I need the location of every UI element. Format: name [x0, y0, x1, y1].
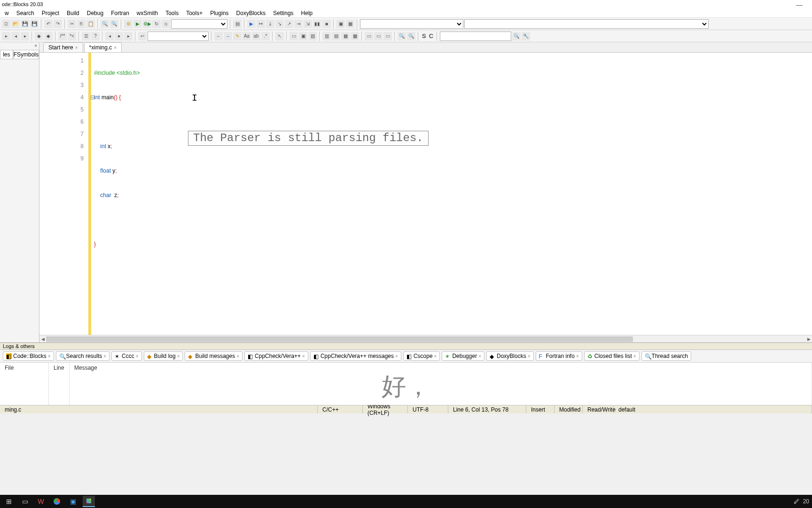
log-tab-buildlog[interactable]: ◆Build log× — [144, 351, 183, 361]
cut-icon[interactable]: ✂ — [68, 20, 76, 28]
debug-combo-1[interactable] — [360, 19, 463, 29]
log-tab-cscope[interactable]: ◧Cscope× — [403, 351, 440, 361]
inline3-icon[interactable]: ▭ — [383, 32, 392, 40]
debugging-windows-icon[interactable]: ▣ — [336, 20, 345, 28]
run-to-cursor-icon[interactable]: ↦ — [257, 20, 265, 28]
match-case-icon[interactable]: Aa — [242, 32, 251, 40]
log-tab-doxyblocks[interactable]: ◆DoxyBlocks× — [486, 351, 534, 361]
scroll-left-icon[interactable]: ◀ — [39, 335, 46, 343]
close-icon[interactable]: × — [103, 354, 106, 359]
inline1-icon[interactable]: ▭ — [365, 32, 373, 40]
block1-icon[interactable]: ▥ — [322, 32, 331, 40]
close-icon[interactable]: × — [478, 354, 481, 359]
fold-icon[interactable]: ⊟ — [90, 91, 95, 103]
run-icon[interactable]: ▶ — [133, 20, 142, 28]
ime-icon[interactable]: 🖉 — [794, 498, 799, 505]
regex-icon[interactable]: .* — [261, 32, 270, 40]
log-tab-fortran[interactable]: FFortran info× — [536, 351, 582, 361]
find-icon[interactable]: 🔍 — [101, 20, 109, 28]
explorer-icon[interactable]: ▣ — [67, 496, 79, 507]
save-icon[interactable]: 💾 — [21, 20, 29, 28]
doxy2-icon[interactable]: ◆ — [44, 32, 53, 40]
side-close-icon[interactable]: × — [34, 43, 37, 48]
new-file-icon[interactable]: 🗋 — [2, 20, 10, 28]
log-tab-cppcheck-msg[interactable]: ◧CppCheck/Vera++ messages× — [310, 351, 401, 361]
save-all-icon[interactable]: 💾 — [30, 20, 39, 28]
zoom-sel-icon[interactable]: ▣ — [299, 32, 307, 40]
redo-icon[interactable]: ↷ — [54, 20, 62, 28]
close-icon[interactable]: × — [177, 354, 180, 359]
zoom-out-icon[interactable]: 🔍 — [407, 32, 415, 40]
side-tab-files[interactable]: les — [0, 50, 13, 59]
break-debugger-icon[interactable]: ▮▮ — [313, 20, 321, 28]
debug-combo-2[interactable] — [464, 19, 709, 29]
log-tab-thread-search[interactable]: 🔍Thread search — [641, 351, 691, 361]
close-icon[interactable]: × — [633, 354, 636, 359]
log-tab-cppcheck[interactable]: ◧CppCheck/Vera++× — [244, 351, 308, 361]
close-icon[interactable]: × — [528, 354, 531, 359]
taskview2-icon[interactable]: ▭ — [19, 496, 31, 507]
wps-icon[interactable]: W — [35, 496, 47, 507]
scroll-right-icon[interactable]: ▶ — [805, 335, 812, 343]
status-lang[interactable]: C/C++ — [318, 405, 363, 413]
chrome-icon[interactable] — [51, 496, 63, 507]
next-line-icon[interactable]: ⤓ — [266, 20, 274, 28]
menu-search[interactable]: Search — [13, 9, 38, 17]
close-icon[interactable]: × — [48, 354, 51, 359]
comment-block-icon[interactable]: /** — [58, 32, 67, 40]
next-instruction-icon[interactable]: ⇥ — [294, 20, 303, 28]
paste-icon[interactable]: 📋 — [86, 20, 95, 28]
code-editor[interactable]: 1 2 3 4 5 6 7 8 9 #include <stdio.h> ⊟in… — [39, 53, 812, 335]
tab-start-here[interactable]: Start here × — [43, 42, 83, 52]
copy-icon[interactable]: ⎘ — [77, 20, 86, 28]
step-into-instr-icon[interactable]: ⇲ — [304, 20, 312, 28]
log-tab-codeblocks[interactable]: ◧Code::Blocks× — [3, 351, 54, 361]
whole-word-icon[interactable]: ab — [252, 32, 260, 40]
scroll-thumb[interactable] — [46, 336, 633, 342]
menu-project[interactable]: Project — [38, 9, 63, 17]
stop-debugger-icon[interactable]: ■ — [322, 20, 331, 28]
next-func-icon[interactable]: ▸ — [124, 32, 133, 40]
doxy-help-icon[interactable]: ? — [91, 32, 100, 40]
toggle-source-icon[interactable]: ▤ — [233, 20, 242, 28]
doxy-icon[interactable]: ◆ — [35, 32, 43, 40]
undo-icon[interactable]: ↶ — [44, 20, 53, 28]
close-icon[interactable]: × — [395, 354, 398, 359]
log-tab-cccc[interactable]: ✶Cccc× — [111, 351, 142, 361]
side-tab-fsymbols[interactable]: FSymbols — [13, 50, 39, 59]
menu-debug[interactable]: Debug — [83, 9, 107, 17]
block2-icon[interactable]: ▤ — [332, 32, 340, 40]
log-tab-debugger[interactable]: ✶Debugger× — [442, 351, 484, 361]
search-go-icon[interactable]: 🔍 — [512, 32, 521, 40]
abort-icon[interactable]: ⦸ — [162, 20, 170, 28]
close-icon[interactable]: × — [434, 354, 437, 359]
menu-build[interactable]: Build — [63, 9, 83, 17]
close-icon[interactable]: × — [75, 45, 78, 50]
menu-help[interactable]: Help — [297, 9, 317, 17]
bookmark-prev-icon[interactable]: ◂ — [11, 32, 20, 40]
inline2-icon[interactable]: ▭ — [374, 32, 383, 40]
menu-view[interactable]: w — [1, 9, 13, 17]
build-run-icon[interactable]: ⚙▶ — [143, 20, 151, 28]
close-icon[interactable]: × — [576, 354, 579, 359]
zoom-in-icon[interactable]: 🔍 — [398, 32, 406, 40]
tab-ximing-c[interactable]: *ximing.c × — [84, 42, 122, 52]
menu-toolsplus[interactable]: Tools+ — [182, 9, 206, 17]
minimize-button[interactable]: — — [796, 1, 803, 8]
status-eol[interactable]: Windows (CR+LF) — [363, 405, 408, 413]
sel-func-icon[interactable]: ● — [115, 32, 123, 40]
last-jump-icon[interactable]: ↩ — [138, 32, 147, 40]
build-target-combo[interactable] — [171, 19, 227, 29]
doxy-chm-icon[interactable]: ☰ — [82, 32, 90, 40]
menu-wxsmith[interactable]: wxSmith — [133, 9, 162, 17]
nav-back-icon[interactable]: ← — [214, 32, 223, 40]
cursor-icon[interactable]: ↖ — [275, 32, 284, 40]
log-tab-closed-files[interactable]: ♻Closed files list× — [584, 351, 640, 361]
bookmark-next-icon[interactable]: ▸ — [21, 32, 29, 40]
code-content[interactable]: #include <stdio.h> ⊟int main() { int x; … — [91, 53, 812, 335]
build-icon[interactable]: ⚙ — [124, 20, 133, 28]
replace-icon[interactable]: 🔍 — [110, 20, 118, 28]
log-tab-buildmsg[interactable]: ◆Build messages× — [185, 351, 242, 361]
close-icon[interactable]: × — [136, 354, 139, 359]
rebuild-icon[interactable]: ↻ — [152, 20, 161, 28]
